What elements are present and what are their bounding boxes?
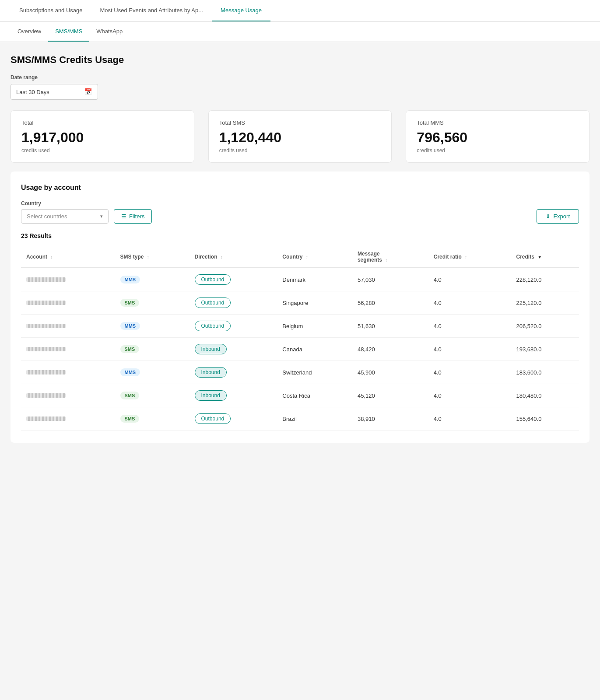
col-creditratio[interactable]: Credit ratio ↕ xyxy=(428,246,511,268)
account-value xyxy=(26,416,66,421)
subtab-smsmms[interactable]: SMS/MMS xyxy=(48,22,89,42)
cell-smstype: SMS xyxy=(115,338,189,361)
table-row: MMSInboundSwitzerland45,9004.0183,600.0 xyxy=(21,361,579,384)
filters-row: Country Select countries ▾ ☰ Filters ⇓ E… xyxy=(21,200,579,224)
sort-icon-credits: ▼ xyxy=(537,255,542,259)
direction-badge: Outbound xyxy=(195,298,231,308)
stat-card-mms: Total MMS 796,560 credits used xyxy=(406,110,589,163)
table-row: MMSOutboundBelgium51,6304.0206,520.0 xyxy=(21,315,579,338)
tab-subscriptions[interactable]: Subscriptions and Usage xyxy=(11,0,91,21)
date-range-value: Last 30 Days xyxy=(16,89,49,95)
table-section-title: Usage by account xyxy=(21,184,579,192)
cell-credits: 228,120.0 xyxy=(511,268,579,291)
table-row: MMSOutboundDenmark57,0304.0228,120.0 xyxy=(21,268,579,291)
cell-smstype: SMS xyxy=(115,407,189,430)
subtab-whatsapp[interactable]: WhatsApp xyxy=(89,22,130,42)
tab-message-usage[interactable]: Message Usage xyxy=(212,0,270,21)
cell-smstype: SMS xyxy=(115,291,189,315)
col-credits[interactable]: Credits ▼ xyxy=(511,246,579,268)
cell-direction: Outbound xyxy=(189,407,277,430)
stat-total-label: Total xyxy=(21,119,183,126)
cell-account xyxy=(21,338,115,361)
smstype-badge: SMS xyxy=(120,345,140,353)
subtab-overview[interactable]: Overview xyxy=(11,22,48,42)
cell-smstype: MMS xyxy=(115,268,189,291)
stat-mms-sub: credits used xyxy=(417,147,579,154)
col-account[interactable]: Account ↕ xyxy=(21,246,115,268)
table-row: SMSInboundCosta Rica45,1204.0180,480.0 xyxy=(21,384,579,407)
smstype-badge: SMS xyxy=(120,415,140,423)
direction-badge: Inbound xyxy=(195,390,227,401)
cell-creditratio: 4.0 xyxy=(428,315,511,338)
stat-total-value: 1,917,000 xyxy=(21,130,183,146)
col-smstype[interactable]: SMS type ↕ xyxy=(115,246,189,268)
col-direction[interactable]: Direction ↕ xyxy=(189,246,277,268)
export-button[interactable]: ⇓ Export xyxy=(537,209,579,224)
smstype-badge: MMS xyxy=(120,368,140,376)
cell-credits: 183,600.0 xyxy=(511,361,579,384)
cell-direction: Outbound xyxy=(189,268,277,291)
date-range-label: Date range xyxy=(11,74,589,80)
cell-country: Brazil xyxy=(277,407,352,430)
stat-mms-label: Total MMS xyxy=(417,119,579,126)
account-value xyxy=(26,277,66,282)
cell-segments: 48,420 xyxy=(352,338,428,361)
stat-card-sms: Total SMS 1,120,440 credits used xyxy=(208,110,392,163)
table-row: SMSOutboundBrazil38,9104.0155,640.0 xyxy=(21,407,579,430)
cell-account xyxy=(21,384,115,407)
sort-icon-direction: ↕ xyxy=(221,255,223,259)
sort-icon-creditratio: ↕ xyxy=(465,255,467,259)
stat-sms-label: Total SMS xyxy=(219,119,381,126)
direction-badge: Inbound xyxy=(195,344,227,354)
table-section: Usage by account Country Select countrie… xyxy=(11,172,589,443)
cell-segments: 45,120 xyxy=(352,384,428,407)
cell-country: Canada xyxy=(277,338,352,361)
cell-creditratio: 4.0 xyxy=(428,268,511,291)
country-select-dropdown[interactable]: Select countries ▾ xyxy=(21,209,109,224)
filters-button[interactable]: ☰ Filters xyxy=(114,209,152,224)
cell-account xyxy=(21,315,115,338)
cell-creditratio: 4.0 xyxy=(428,338,511,361)
calendar-icon: 📅 xyxy=(84,88,92,96)
filter-icon: ☰ xyxy=(121,213,126,220)
date-range-picker[interactable]: Last 30 Days 📅 xyxy=(11,84,98,100)
col-segments[interactable]: Messagesegments ↕ xyxy=(352,246,428,268)
cell-creditratio: 4.0 xyxy=(428,384,511,407)
stat-sms-sub: credits used xyxy=(219,147,381,154)
smstype-badge: SMS xyxy=(120,299,140,307)
cell-credits: 225,120.0 xyxy=(511,291,579,315)
direction-badge: Outbound xyxy=(195,413,231,424)
cell-smstype: SMS xyxy=(115,384,189,407)
cell-credits: 180,480.0 xyxy=(511,384,579,407)
cell-credits: 193,680.0 xyxy=(511,338,579,361)
page-content: SMS/MMS Credits Usage Date range Last 30… xyxy=(0,42,600,455)
stat-sms-value: 1,120,440 xyxy=(219,130,381,146)
download-icon: ⇓ xyxy=(546,213,551,220)
cell-credits: 206,520.0 xyxy=(511,315,579,338)
country-select-wrapper: Country Select countries ▾ xyxy=(21,200,109,224)
cell-segments: 56,280 xyxy=(352,291,428,315)
direction-badge: Inbound xyxy=(195,367,227,378)
sort-icon-segments: ↕ xyxy=(385,258,387,262)
cell-segments: 51,630 xyxy=(352,315,428,338)
cell-credits: 155,640.0 xyxy=(511,407,579,430)
cell-creditratio: 4.0 xyxy=(428,407,511,430)
cell-country: Belgium xyxy=(277,315,352,338)
col-country[interactable]: Country ↕ xyxy=(277,246,352,268)
sort-icon-country: ↕ xyxy=(306,255,308,259)
sub-tab-bar: Overview SMS/MMS WhatsApp xyxy=(0,22,600,42)
stat-total-sub: credits used xyxy=(21,147,183,154)
results-count: 23 Results xyxy=(21,232,579,239)
cell-direction: Outbound xyxy=(189,315,277,338)
sort-icon-smstype: ↕ xyxy=(147,255,149,259)
usage-table: Account ↕ SMS type ↕ Direction ↕ Country… xyxy=(21,246,579,430)
smstype-badge: SMS xyxy=(120,392,140,399)
country-field-label: Country xyxy=(21,200,109,206)
tab-events[interactable]: Most Used Events and Attributes by Ap... xyxy=(91,0,212,21)
account-value xyxy=(26,301,66,305)
cell-segments: 57,030 xyxy=(352,268,428,291)
cell-smstype: MMS xyxy=(115,315,189,338)
cell-country: Switzerland xyxy=(277,361,352,384)
account-value xyxy=(26,324,66,328)
stat-card-total: Total 1,917,000 credits used xyxy=(11,110,194,163)
